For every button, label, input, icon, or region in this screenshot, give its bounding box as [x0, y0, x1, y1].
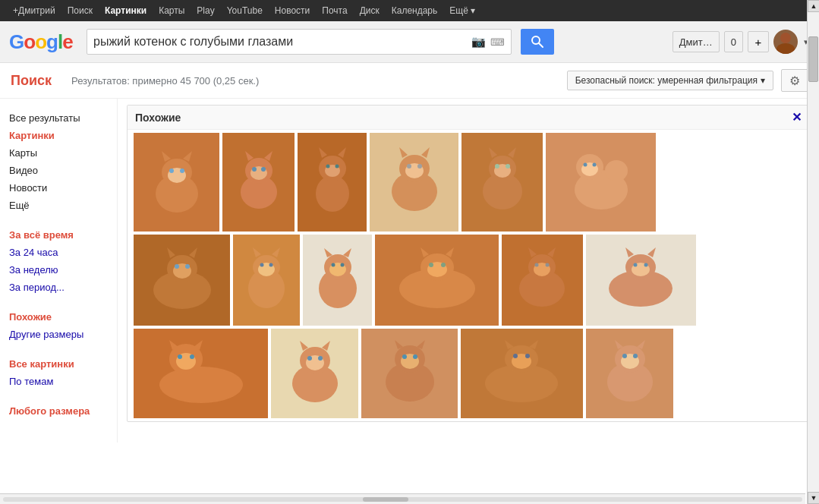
image-thumb[interactable]: [222, 133, 295, 232]
plus-button[interactable]: +: [748, 31, 769, 52]
topbar-item-search[interactable]: Поиск: [62, 0, 98, 21]
topbar-item-dmitry[interactable]: +Дмитрий: [8, 0, 61, 21]
cat-icon: [144, 244, 220, 317]
image-thumb[interactable]: [375, 235, 499, 326]
sidebar-item-all-results[interactable]: Все результаты: [9, 109, 117, 127]
scroll-track[interactable]: [808, 12, 819, 443]
svg-marker-21: [338, 147, 346, 158]
avatar-icon: [775, 30, 796, 54]
settings-button[interactable]: ⚙: [781, 69, 808, 92]
svg-marker-48: [189, 247, 197, 258]
svg-marker-34: [489, 147, 497, 158]
svg-point-85: [634, 263, 638, 266]
safe-search-button[interactable]: Безопасный поиск: умеренная фильтрация ▾: [567, 71, 773, 90]
sidebar-similar-header[interactable]: Похожие: [9, 308, 117, 326]
image-thumb[interactable]: [502, 235, 583, 326]
sidebar-item-images[interactable]: Картинки: [9, 127, 117, 144]
search-box: 📷 ⌨: [87, 29, 512, 55]
logo-o1: o: [24, 30, 35, 53]
topbar-item-images[interactable]: Картинки: [99, 0, 152, 21]
cat-icon: [310, 244, 365, 317]
image-row-1: [128, 130, 809, 235]
logo-g2: g: [46, 30, 58, 53]
svg-point-72: [441, 263, 446, 267]
user-name-button[interactable]: Дмит…: [673, 31, 720, 52]
sidebar-item-24h[interactable]: За 24 часа: [9, 244, 117, 261]
svg-point-114: [525, 354, 530, 358]
scroll-up-button[interactable]: ▲: [808, 0, 819, 12]
sidebar-item-more[interactable]: Ещё: [9, 197, 117, 214]
logo-o2: o: [35, 30, 46, 53]
topbar-item-disk[interactable]: Диск: [354, 0, 385, 21]
sidebar-item-video[interactable]: Видео: [9, 162, 117, 179]
sidebar-all-images-header[interactable]: Все картинки: [9, 355, 117, 373]
sidebar-item-by-topic[interactable]: По темам: [9, 373, 117, 390]
vertical-scrollbar[interactable]: ▲ ▼: [807, 0, 819, 443]
topbar-item-calendar[interactable]: Календарь: [386, 0, 443, 21]
image-thumb[interactable]: [134, 235, 230, 326]
sidebar-all-images-section: Все картинки По темам: [9, 355, 117, 390]
sidebar-time-header[interactable]: За всё время: [9, 226, 117, 244]
svg-line-1: [539, 43, 543, 47]
sidebar: Все результаты Картинки Карты Видео Ново…: [0, 99, 118, 443]
sidebar-item-other-sizes[interactable]: Другие размеры: [9, 326, 117, 343]
scroll-thumb[interactable]: [808, 36, 818, 82]
image-thumb[interactable]: [461, 133, 543, 232]
sidebar-item-week[interactable]: За неделю: [9, 261, 117, 279]
cat-icon: [146, 148, 207, 216]
svg-marker-76: [547, 247, 556, 257]
cat-icon: [597, 244, 685, 317]
header: Google 📷 ⌨ Дмит… 0 + ▾: [0, 21, 819, 63]
sidebar-any-size-header[interactable]: Любого размера: [9, 402, 117, 420]
image-thumb[interactable]: [586, 235, 696, 326]
sidebar-item-period[interactable]: За период...: [9, 279, 117, 296]
image-thumb[interactable]: [586, 329, 673, 418]
search-button[interactable]: [521, 29, 554, 55]
image-thumb[interactable]: [271, 329, 358, 418]
image-thumb[interactable]: [370, 133, 458, 232]
similar-panel-close-button[interactable]: ✕: [792, 110, 802, 124]
svg-point-16: [252, 167, 257, 172]
image-thumb[interactable]: [298, 133, 367, 232]
sidebar-item-news[interactable]: Новости: [9, 179, 117, 197]
svg-marker-28: [421, 147, 430, 158]
cat-icon: [559, 144, 643, 220]
keyboard-icon[interactable]: ⌨: [490, 36, 505, 48]
image-thumb[interactable]: [303, 235, 372, 326]
svg-marker-68: [421, 247, 429, 257]
topbar-item-more[interactable]: Ещё ▾: [444, 0, 480, 21]
cat-icon: [472, 144, 533, 220]
camera-icon[interactable]: 📷: [471, 35, 486, 49]
similar-panel: Похожие ✕: [127, 105, 810, 422]
user-area: Дмит… 0 + ▾: [673, 30, 810, 54]
search-input[interactable]: [93, 35, 467, 49]
topbar-item-maps[interactable]: Карты: [153, 0, 190, 21]
svg-point-93: [190, 354, 194, 359]
avatar[interactable]: [773, 30, 798, 54]
topbar-item-news[interactable]: Новости: [269, 0, 315, 21]
image-thumb[interactable]: [233, 235, 300, 326]
content-area: Похожие ✕: [118, 99, 819, 443]
svg-point-99: [307, 356, 312, 361]
svg-marker-47: [167, 247, 175, 258]
image-thumb[interactable]: [546, 133, 656, 232]
topbar-item-mail[interactable]: Почта: [317, 0, 352, 21]
topbar-item-youtube[interactable]: YouTube: [222, 0, 268, 21]
cat-icon: [306, 144, 359, 220]
image-thumb[interactable]: [461, 329, 583, 418]
main-content: Все результаты Картинки Карты Видео Ново…: [0, 99, 819, 443]
topbar-item-play[interactable]: Play: [191, 0, 219, 21]
image-thumb[interactable]: [134, 133, 219, 232]
notifications-button[interactable]: 0: [724, 31, 743, 52]
logo-g1: G: [9, 30, 24, 53]
search-label[interactable]: Поиск: [11, 73, 52, 89]
image-thumb[interactable]: [361, 329, 458, 418]
svg-point-71: [429, 263, 433, 267]
svg-point-65: [340, 263, 344, 266]
image-thumb[interactable]: [134, 329, 268, 418]
sidebar-item-maps[interactable]: Карты: [9, 144, 117, 162]
svg-marker-83: [647, 247, 656, 257]
svg-point-57: [260, 263, 264, 266]
svg-point-23: [326, 165, 329, 169]
google-logo[interactable]: Google: [9, 30, 77, 54]
